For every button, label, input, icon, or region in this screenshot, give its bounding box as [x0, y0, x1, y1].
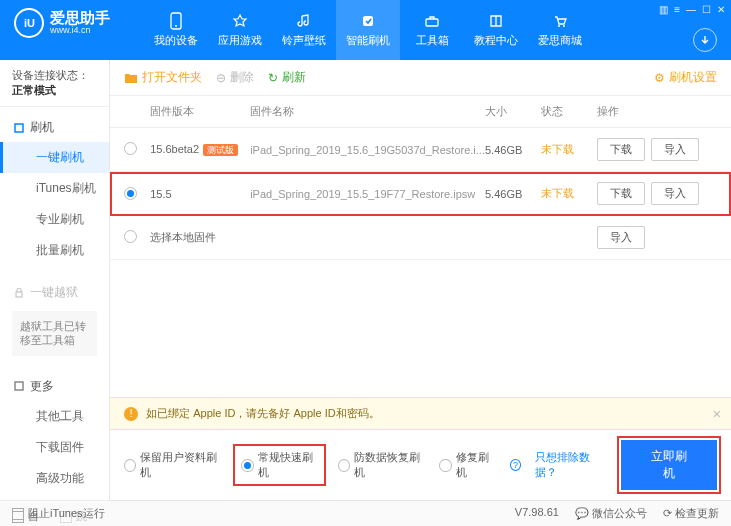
svg-rect-3: [363, 16, 373, 26]
wechat-link[interactable]: 💬 微信公众号: [575, 506, 647, 521]
minimize-icon[interactable]: —: [686, 4, 696, 15]
radio-unchecked[interactable]: [124, 230, 137, 243]
logo-icon: iU: [14, 8, 44, 38]
book-icon: [487, 12, 505, 30]
maximize-icon[interactable]: ☐: [702, 4, 711, 15]
lines-icon[interactable]: ≡: [674, 4, 680, 15]
sidebar-oneclick[interactable]: 一键刷机: [0, 142, 109, 173]
nav-device[interactable]: 我的设备: [144, 0, 208, 60]
exclude-link[interactable]: 只想排除数据？: [535, 450, 606, 480]
toolbox-icon: [423, 12, 441, 30]
opt-anti[interactable]: 防数据恢复刷机: [338, 450, 425, 480]
lock-icon: [14, 288, 24, 298]
music-icon: [295, 12, 313, 30]
radio-unchecked[interactable]: [124, 142, 137, 155]
folder-icon: [124, 72, 138, 84]
jailbreak-note: 越狱工具已转移至工具箱: [12, 311, 97, 356]
group-flash[interactable]: 刷机: [0, 113, 109, 142]
sidebar-download[interactable]: 下载固件: [0, 432, 109, 463]
main-nav: 我的设备 应用游戏 铃声壁纸 智能刷机 工具箱 教程中心 爱思商城: [144, 0, 592, 60]
sidebar-other[interactable]: 其他工具: [0, 401, 109, 432]
refresh-button[interactable]: ↻刷新: [268, 69, 306, 86]
warning-icon: !: [124, 407, 138, 421]
app-url: www.i4.cn: [50, 26, 110, 36]
window-controls: ▥ ≡ — ☐ ✕: [659, 4, 725, 15]
flash-icon: [359, 12, 377, 30]
update-icon: ⟳: [663, 507, 672, 519]
sidebar-batch[interactable]: 批量刷机: [0, 235, 109, 266]
nav-apps[interactable]: 应用游戏: [208, 0, 272, 60]
nav-store[interactable]: 爱思商城: [528, 0, 592, 60]
local-firmware-row[interactable]: 选择本地固件 导入: [110, 216, 731, 260]
svg-rect-8: [16, 292, 22, 297]
square-icon: [14, 381, 24, 391]
nav-flash[interactable]: 智能刷机: [336, 0, 400, 60]
opt-normal[interactable]: 常规快速刷机: [235, 446, 324, 484]
menu-icon[interactable]: ▥: [659, 4, 668, 15]
group-jailbreak[interactable]: 一键越狱: [0, 278, 109, 307]
firmware-row[interactable]: 15.6beta2测试版 iPad_Spring_2019_15.6_19G50…: [110, 128, 731, 172]
svg-point-2: [175, 25, 177, 27]
refresh-icon: ↻: [268, 71, 278, 85]
group-more[interactable]: 更多: [0, 372, 109, 401]
svg-point-6: [563, 25, 565, 27]
radio-checked[interactable]: [124, 187, 137, 200]
close-warning-icon[interactable]: ×: [713, 406, 721, 422]
open-folder-button[interactable]: 打开文件夹: [124, 69, 202, 86]
sidebar-pro[interactable]: 专业刷机: [0, 204, 109, 235]
import-button[interactable]: 导入: [597, 226, 645, 249]
firmware-row-selected[interactable]: 15.5 iPad_Spring_2019_15.5_19F77_Restore…: [110, 172, 731, 216]
square-icon: [14, 123, 24, 133]
nav-ringtone[interactable]: 铃声壁纸: [272, 0, 336, 60]
delete-icon: ⊖: [216, 71, 226, 85]
block-itunes-check[interactable]: 阻止iTunes运行: [12, 506, 105, 521]
sidebar-itunes[interactable]: iTunes刷机: [0, 173, 109, 204]
apps-icon: [231, 12, 249, 30]
update-link[interactable]: ⟳ 检查更新: [663, 506, 719, 521]
cart-icon: [551, 12, 569, 30]
table-header: 固件版本 固件名称 大小 状态 操作: [110, 96, 731, 128]
opt-keep[interactable]: 保留用户资料刷机: [124, 450, 221, 480]
download-button[interactable]: 下载: [597, 138, 645, 161]
download-button[interactable]: [693, 28, 717, 52]
import-button[interactable]: 导入: [651, 138, 699, 161]
flash-settings-button[interactable]: ⚙刷机设置: [654, 69, 717, 86]
connection-status: 设备连接状态：正常模式: [0, 60, 109, 107]
nav-tutorial[interactable]: 教程中心: [464, 0, 528, 60]
svg-rect-4: [426, 19, 438, 26]
nav-tools[interactable]: 工具箱: [400, 0, 464, 60]
svg-rect-7: [15, 124, 23, 132]
app-name: 爱思助手: [50, 10, 110, 27]
warning-bar: ! 如已绑定 Apple ID，请先备好 Apple ID和密码。 ×: [110, 397, 731, 430]
svg-text:iU: iU: [24, 17, 35, 29]
delete-button[interactable]: ⊖删除: [216, 69, 254, 86]
import-button[interactable]: 导入: [651, 182, 699, 205]
gear-icon: ⚙: [654, 71, 665, 85]
version-label: V7.98.61: [515, 506, 559, 521]
wechat-icon: 💬: [575, 507, 589, 519]
app-logo: iU 爱思助手 www.i4.cn: [0, 0, 124, 46]
close-icon[interactable]: ✕: [717, 4, 725, 15]
opt-repair[interactable]: 修复刷机: [439, 450, 496, 480]
download-button[interactable]: 下载: [597, 182, 645, 205]
flash-now-button[interactable]: 立即刷机: [621, 440, 717, 490]
info-icon[interactable]: ?: [510, 459, 521, 471]
svg-rect-9: [15, 382, 23, 390]
sidebar-advanced[interactable]: 高级功能: [0, 463, 109, 494]
svg-point-5: [558, 25, 560, 27]
phone-icon: [167, 12, 185, 30]
